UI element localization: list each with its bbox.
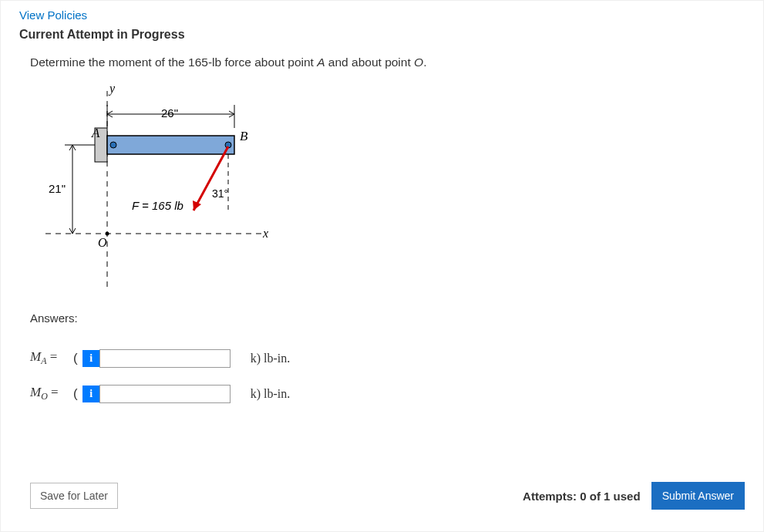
- prompt-point-o: O: [414, 56, 423, 69]
- unit-ma: k) lb-in.: [251, 352, 291, 365]
- point-b-label: B: [240, 129, 248, 143]
- equals-a: =: [46, 349, 57, 364]
- point-a-label: A: [91, 126, 100, 140]
- prompt-point-a: A: [317, 56, 325, 69]
- answer-label-ma: MA =: [30, 349, 73, 367]
- x-axis-label: x: [262, 227, 268, 240]
- info-icon[interactable]: i: [82, 386, 99, 402]
- prompt-post: .: [423, 56, 426, 69]
- sym-m-o: M: [30, 385, 41, 399]
- answer-row-mo: MO = ( i k) lb-in.: [30, 385, 745, 403]
- view-policies-link[interactable]: View Policies: [1, 1, 87, 22]
- footer-bar: Save for Later Attempts: 0 of 1 used Sub…: [30, 482, 745, 510]
- problem-prompt: Determine the moment of the 165-lb force…: [30, 56, 745, 69]
- info-icon[interactable]: i: [82, 350, 99, 367]
- answer-row-ma: MA = ( i k) lb-in.: [30, 349, 745, 368]
- answers-area: MA = ( i k) lb-in. MO = ( i k) lb-in.: [30, 349, 745, 403]
- content-area: Determine the moment of the 165-lb force…: [1, 42, 763, 403]
- mo-input[interactable]: [99, 385, 231, 403]
- answers-heading: Answers:: [30, 311, 745, 325]
- answer-label-mo: MO =: [30, 385, 73, 402]
- force-label: F = 165 lb: [132, 199, 183, 212]
- sub-o: O: [41, 392, 48, 402]
- open-paren-o: (: [73, 386, 78, 402]
- attempts-text: Attempts: 0 of 1 used: [523, 490, 641, 503]
- prompt-pre: Determine the moment of the 165-lb force…: [30, 56, 317, 69]
- equals-o: =: [48, 385, 59, 399]
- prompt-mid: and about point: [325, 56, 415, 69]
- figure-diagram: y x O 26" 21": [30, 83, 269, 299]
- svg-line-13: [194, 146, 228, 210]
- svg-rect-9: [107, 136, 234, 154]
- save-for-later-button[interactable]: Save for Later: [30, 483, 118, 509]
- origin-label: O: [98, 236, 107, 249]
- open-paren-a: (: [73, 351, 78, 366]
- submit-answer-button[interactable]: Submit Answer: [651, 482, 745, 510]
- dim-vert-label: 21": [49, 182, 66, 195]
- svg-point-2: [106, 232, 109, 236]
- page-root: View Policies Current Attempt in Progres…: [0, 0, 764, 532]
- footer-right-group: Attempts: 0 of 1 used Submit Answer: [523, 482, 745, 510]
- dim-horiz-label: 26": [161, 106, 178, 120]
- diagram-svg: y x O 26" 21": [30, 83, 269, 299]
- svg-point-10: [110, 142, 116, 148]
- angle-label: 31°: [212, 187, 228, 200]
- attempt-title: Current Attempt in Progress: [1, 22, 763, 42]
- sym-m-a: M: [30, 349, 41, 364]
- ma-input[interactable]: [99, 349, 231, 368]
- unit-mo: k) lb-in.: [251, 387, 291, 401]
- y-axis-label: y: [108, 83, 116, 96]
